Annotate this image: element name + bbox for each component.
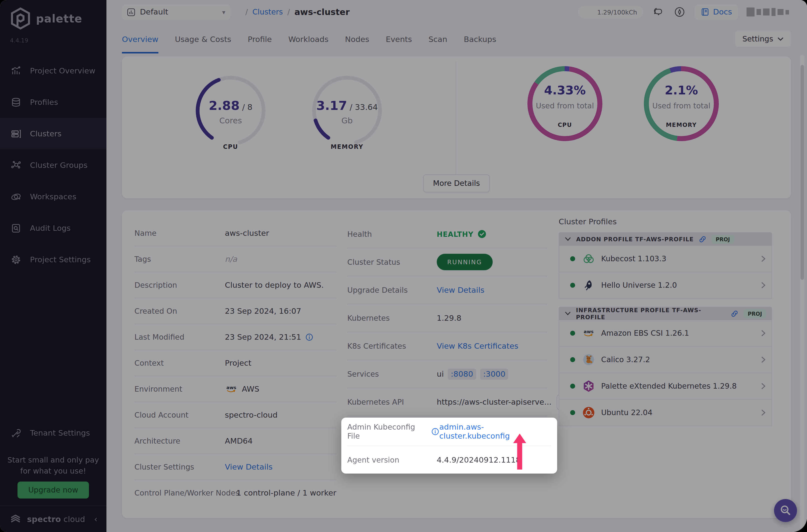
admin-kubeconfig-download-link[interactable]: admin.aws-cluster.kubeconfig: [439, 423, 551, 441]
info-icon[interactable]: [431, 428, 439, 436]
agent-version-value: 4.4.9/20240912.1118: [437, 455, 521, 464]
agent-version-label: Agent version: [347, 455, 399, 464]
tutorial-arrow-icon: [511, 434, 529, 470]
kubeconfig-label: Admin Kubeconfig File: [347, 423, 427, 441]
screen: palette 4.4.19 Project Overview: [0, 0, 807, 532]
